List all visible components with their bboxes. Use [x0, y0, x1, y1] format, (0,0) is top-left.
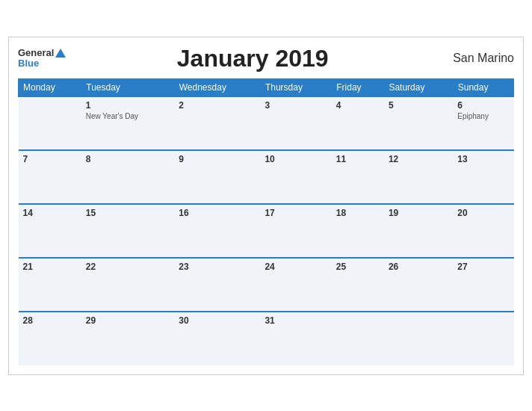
day-number-20: 20	[457, 208, 509, 218]
logo-general-text: General	[18, 48, 66, 58]
day-number-12: 12	[389, 154, 448, 164]
day-number-26: 26	[389, 262, 448, 272]
day-number-13: 13	[457, 154, 509, 164]
day-number-27: 27	[457, 262, 509, 272]
day-number-10: 10	[265, 154, 327, 164]
logo-blue-text: Blue	[18, 58, 39, 69]
cell-w1-d4: 3	[260, 96, 331, 150]
col-wednesday: Wednesday	[174, 78, 260, 96]
day-number-30: 30	[179, 315, 256, 326]
cell-w3-d6: 19	[384, 204, 453, 258]
day-number-14: 14	[23, 208, 77, 218]
cell-w1-d7: 6Epiphany	[453, 96, 513, 150]
calendar-title: January 2019	[66, 45, 439, 72]
cell-w2-d4: 10	[260, 150, 331, 204]
cell-w5-d4: 31	[260, 312, 331, 365]
cell-w3-d4: 17	[260, 204, 331, 258]
day-number-9: 9	[179, 154, 256, 164]
cell-w1-d1	[19, 96, 81, 150]
col-saturday: Saturday	[384, 78, 453, 96]
logo-area: General Blue	[18, 48, 66, 69]
cell-w2-d7: 13	[453, 150, 513, 204]
cell-w5-d6	[384, 312, 453, 365]
calendar-container: General Blue January 2019 San Marino Mon…	[8, 37, 524, 375]
day-number-2: 2	[179, 100, 256, 111]
cell-w5-d7	[453, 312, 513, 365]
cell-w2-d1: 7	[19, 150, 81, 204]
day-number-28: 28	[23, 315, 77, 326]
day-number-4: 4	[336, 100, 380, 111]
cell-w1-d3: 2	[174, 96, 260, 150]
day-number-7: 7	[23, 154, 77, 164]
calendar-body: 1New Year's Day23456Epiphany789101112131…	[19, 96, 514, 365]
week-row-5: 28293031	[19, 312, 514, 365]
logo-triangle-icon	[55, 49, 66, 58]
cell-w3-d3: 16	[174, 204, 260, 258]
cell-w2-d6: 12	[384, 150, 453, 204]
col-sunday: Sunday	[453, 78, 513, 96]
col-tuesday: Tuesday	[81, 78, 174, 96]
cell-w5-d3: 30	[174, 312, 260, 365]
event-6: Epiphany	[457, 112, 509, 120]
week-row-1: 1New Year's Day23456Epiphany	[19, 96, 514, 150]
col-thursday: Thursday	[260, 78, 331, 96]
day-number-15: 15	[86, 208, 170, 218]
day-number-6: 6	[457, 100, 509, 111]
cell-w4-d3: 23	[174, 258, 260, 312]
day-number-25: 25	[336, 262, 380, 272]
cell-w4-d7: 27	[453, 258, 513, 312]
day-number-17: 17	[265, 208, 327, 218]
day-number-31: 31	[265, 315, 327, 326]
day-number-24: 24	[265, 262, 327, 272]
cell-w5-d1: 28	[19, 312, 81, 365]
day-number-22: 22	[86, 262, 170, 272]
calendar-header: General Blue January 2019 San Marino	[18, 45, 514, 72]
day-number-8: 8	[86, 154, 170, 164]
day-number-5: 5	[389, 100, 448, 111]
cell-w2-d5: 11	[332, 150, 384, 204]
calendar-grid: Monday Tuesday Wednesday Thursday Friday…	[18, 78, 514, 365]
cell-w3-d1: 14	[19, 204, 81, 258]
cell-w3-d2: 15	[81, 204, 174, 258]
event-1: New Year's Day	[86, 112, 170, 120]
cell-w4-d6: 26	[384, 258, 453, 312]
cell-w4-d2: 22	[81, 258, 174, 312]
header-row: Monday Tuesday Wednesday Thursday Friday…	[19, 78, 514, 96]
day-number-19: 19	[389, 208, 448, 218]
cell-w3-d5: 18	[332, 204, 384, 258]
day-number-16: 16	[179, 208, 256, 218]
day-number-11: 11	[336, 154, 380, 164]
cell-w5-d2: 29	[81, 312, 174, 365]
cell-w3-d7: 20	[453, 204, 513, 258]
cell-w1-d6: 5	[384, 96, 453, 150]
country-name: San Marino	[439, 52, 514, 65]
day-number-1: 1	[86, 100, 170, 111]
cell-w2-d3: 9	[174, 150, 260, 204]
day-number-21: 21	[23, 262, 77, 272]
cell-w4-d4: 24	[260, 258, 331, 312]
cell-w1-d5: 4	[332, 96, 384, 150]
cell-w5-d5	[332, 312, 384, 365]
week-row-2: 78910111213	[19, 150, 514, 204]
week-row-3: 14151617181920	[19, 204, 514, 258]
col-friday: Friday	[332, 78, 384, 96]
cell-w1-d2: 1New Year's Day	[81, 96, 174, 150]
col-monday: Monday	[19, 78, 81, 96]
day-number-29: 29	[86, 315, 170, 326]
week-row-4: 21222324252627	[19, 258, 514, 312]
cell-w2-d2: 8	[81, 150, 174, 204]
day-number-3: 3	[265, 100, 327, 111]
day-number-18: 18	[336, 208, 380, 218]
day-number-23: 23	[179, 262, 256, 272]
cell-w4-d1: 21	[19, 258, 81, 312]
cell-w4-d5: 25	[332, 258, 384, 312]
